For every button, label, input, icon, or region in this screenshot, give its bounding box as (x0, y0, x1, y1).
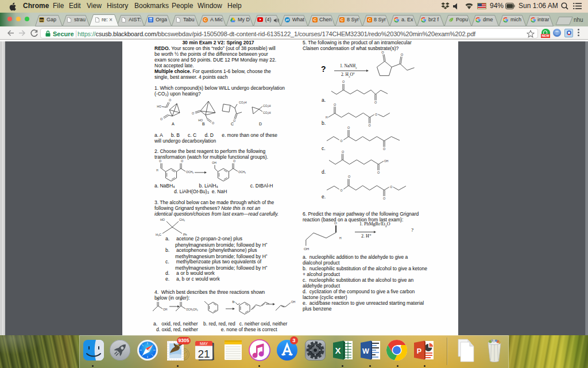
svg-text:OCH₃: OCH₃ (238, 170, 246, 174)
svg-text:O: O (160, 117, 163, 121)
svg-text:H: H (156, 169, 158, 172)
svg-text:OCH₂CH₃: OCH₂CH₃ (186, 308, 198, 311)
svg-text:O: O (375, 113, 377, 116)
svg-text:CH₃: CH₃ (179, 218, 185, 221)
svg-text:O: O (381, 51, 384, 54)
svg-text:O: O (342, 150, 344, 154)
svg-text:O: O (374, 101, 377, 104)
svg-text:O: O (377, 171, 380, 174)
svg-text:OH: OH (304, 247, 309, 251)
svg-text:P: P (417, 347, 421, 355)
svg-text:OCH₃: OCH₃ (186, 170, 194, 174)
svg-text:O: O (159, 159, 161, 163)
svg-text:O: O (169, 98, 171, 102)
svg-text:O: O (348, 175, 350, 178)
svg-text:HO: HO (160, 218, 165, 221)
svg-text:Br: Br (232, 301, 235, 304)
svg-text:H₃C: H₃C (156, 233, 161, 236)
svg-text:O: O (157, 298, 159, 301)
svg-text:CO₂H: CO₂H (239, 101, 247, 104)
svg-text:HO: HO (157, 105, 161, 108)
svg-text:HO: HO (198, 118, 203, 122)
svg-text:CO₂H: CO₂H (263, 104, 271, 108)
svg-text:O: O (192, 112, 194, 115)
svg-text:H: H (339, 236, 342, 240)
svg-text:O: O (334, 221, 337, 225)
svg-text:O: O (383, 147, 385, 151)
svg-text:CO₂H: CO₂H (263, 111, 271, 114)
svg-text:O: O (181, 159, 183, 163)
svg-text:O: O (180, 298, 182, 301)
svg-text:O: O (342, 80, 345, 83)
svg-text:OH: OH (163, 308, 168, 311)
svg-text:O: O (340, 189, 342, 192)
svg-text:OH: OH (291, 301, 296, 304)
svg-text:O: O (390, 185, 392, 189)
svg-text:21: 21 (198, 348, 210, 360)
svg-text:O: O (347, 126, 350, 129)
svg-text:H: H (326, 116, 328, 119)
svg-text:OH: OH (212, 161, 216, 164)
svg-text:W: W (362, 347, 369, 355)
svg-text:O: O (340, 139, 342, 143)
svg-text:MAY: MAY (200, 342, 208, 346)
svg-text:O: O (401, 53, 404, 56)
svg-text:O: O (369, 124, 371, 127)
svg-text:X: X (335, 346, 341, 355)
svg-text:O: O (334, 103, 336, 106)
svg-text:O: O (233, 119, 235, 122)
svg-text:OH: OH (384, 160, 389, 163)
svg-text:O: O (233, 159, 235, 163)
svg-text:Ph: Ph (183, 233, 187, 236)
svg-text:O: O (212, 121, 214, 125)
svg-text:O: O (383, 197, 385, 200)
